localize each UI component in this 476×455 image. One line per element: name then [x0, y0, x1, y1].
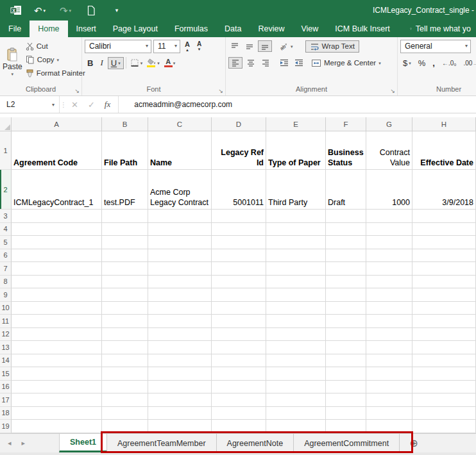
cell-A8[interactable]	[12, 276, 102, 289]
copy-button[interactable]: Copy ▾	[24, 54, 87, 65]
row-header-2[interactable]: 2	[0, 170, 12, 210]
cell-E7[interactable]	[266, 262, 326, 276]
cell-E2[interactable]: Third Party	[266, 170, 326, 210]
cell-C3[interactable]	[148, 210, 212, 223]
cell-B4[interactable]	[102, 223, 148, 236]
cell-A15[interactable]	[12, 367, 102, 381]
cell-H3[interactable]	[412, 210, 476, 223]
tab-insert[interactable]: Insert	[68, 21, 105, 37]
cell-B11[interactable]	[102, 315, 148, 328]
row-header-17[interactable]: 17	[0, 393, 12, 407]
cell-H6[interactable]	[412, 249, 476, 263]
cell-H1[interactable]: Effective Date	[412, 131, 476, 170]
cell-C8[interactable]	[148, 276, 212, 289]
cell-G17[interactable]	[366, 393, 412, 407]
cell-B17[interactable]	[102, 393, 148, 407]
cell-C1[interactable]: Name	[148, 131, 212, 170]
column-header-A[interactable]: A	[12, 117, 102, 131]
underline-button[interactable]: U ▾	[108, 57, 124, 69]
cell-G12[interactable]	[366, 328, 412, 342]
align-left-button[interactable]	[228, 57, 242, 69]
row-header-18[interactable]: 18	[0, 407, 12, 420]
row-header-9[interactable]: 9	[0, 288, 12, 302]
tab-formulas[interactable]: Formulas	[166, 21, 216, 37]
name-box[interactable]: L2 ▾	[0, 96, 60, 113]
redo-button[interactable]: ↷▾	[53, 0, 78, 21]
row-header-6[interactable]: 6	[0, 249, 12, 263]
cell-F3[interactable]	[326, 210, 366, 223]
cell-B19[interactable]	[102, 420, 148, 433]
cell-D8[interactable]	[212, 276, 266, 289]
cell-G8[interactable]	[366, 276, 412, 289]
font-dialog-launcher-icon[interactable]: ↘	[218, 88, 223, 94]
align-bottom-button[interactable]	[258, 40, 272, 52]
cell-G15[interactable]	[366, 367, 412, 381]
merge-center-button[interactable]: Merge & Center ▾	[309, 58, 384, 68]
cell-D13[interactable]	[212, 341, 266, 354]
cell-D16[interactable]	[212, 381, 266, 394]
cell-D6[interactable]	[212, 249, 266, 263]
cell-H16[interactable]	[412, 381, 476, 394]
cell-B7[interactable]	[102, 262, 148, 276]
cell-B3[interactable]	[102, 210, 148, 223]
cell-D17[interactable]	[212, 393, 266, 407]
cell-D4[interactable]	[212, 223, 266, 236]
column-header-D[interactable]: D	[212, 117, 266, 131]
cell-C18[interactable]	[148, 407, 212, 420]
cell-G4[interactable]	[366, 223, 412, 236]
cell-A16[interactable]	[12, 381, 102, 394]
cell-H8[interactable]	[412, 276, 476, 289]
cell-B9[interactable]	[102, 288, 148, 302]
row-header-10[interactable]: 10	[0, 302, 12, 315]
cell-C4[interactable]	[148, 223, 212, 236]
cell-D18[interactable]	[212, 407, 266, 420]
cell-B1[interactable]: File Path	[102, 131, 148, 170]
cell-B6[interactable]	[102, 249, 148, 263]
cell-G9[interactable]	[366, 288, 412, 302]
cell-A7[interactable]	[12, 262, 102, 276]
cut-button[interactable]: Cut	[24, 40, 87, 52]
sheet-tab-agreementteammember[interactable]: AgreementTeamMember	[107, 434, 217, 452]
cell-H17[interactable]	[412, 393, 476, 407]
tab-icm-bulk-insert[interactable]: ICM Bulk Insert	[327, 21, 398, 37]
italic-button[interactable]: I	[98, 57, 105, 69]
sheet-tab-agreementnote[interactable]: AgreementNote	[217, 434, 294, 452]
alignment-dialog-launcher-icon[interactable]: ↘	[390, 88, 395, 94]
align-top-button[interactable]	[228, 41, 241, 51]
cell-F4[interactable]	[326, 223, 366, 236]
cell-E14[interactable]	[266, 354, 326, 368]
cell-B15[interactable]	[102, 367, 148, 381]
cell-F15[interactable]	[326, 367, 366, 381]
cell-E19[interactable]	[266, 420, 326, 433]
cell-B13[interactable]	[102, 341, 148, 354]
cell-F9[interactable]	[326, 288, 366, 302]
align-middle-button[interactable]	[243, 41, 256, 51]
cell-D5[interactable]	[212, 236, 266, 249]
cell-G19[interactable]	[366, 420, 412, 433]
row-header-13[interactable]: 13	[0, 341, 12, 354]
cell-F8[interactable]	[326, 276, 366, 289]
cell-F14[interactable]	[326, 354, 366, 368]
wrap-text-button[interactable]: Wrap Text	[305, 40, 359, 53]
cell-H14[interactable]	[412, 354, 476, 368]
cell-F1[interactable]: Business Status	[326, 131, 366, 170]
cell-C12[interactable]	[148, 328, 212, 342]
cell-A12[interactable]	[12, 328, 102, 342]
cell-H4[interactable]	[412, 223, 476, 236]
cell-A9[interactable]	[12, 288, 102, 302]
cell-F17[interactable]	[326, 393, 366, 407]
sheet-nav-left-icon[interactable]: ◂	[8, 439, 12, 447]
row-header-8[interactable]: 8	[0, 276, 12, 289]
row-header-14[interactable]: 14	[0, 354, 12, 368]
cell-D1[interactable]: Legacy Ref Id	[212, 131, 266, 170]
row-header-4[interactable]: 4	[0, 223, 12, 236]
cell-D10[interactable]	[212, 302, 266, 315]
row-header-1[interactable]: 1	[0, 131, 12, 170]
column-header-H[interactable]: H	[412, 117, 476, 131]
cell-A11[interactable]	[12, 315, 102, 328]
cell-G11[interactable]	[366, 315, 412, 328]
cell-G13[interactable]	[366, 341, 412, 354]
select-all-corner[interactable]	[0, 117, 12, 131]
cell-F18[interactable]	[326, 407, 366, 420]
cancel-icon[interactable]: ✕	[71, 100, 78, 110]
